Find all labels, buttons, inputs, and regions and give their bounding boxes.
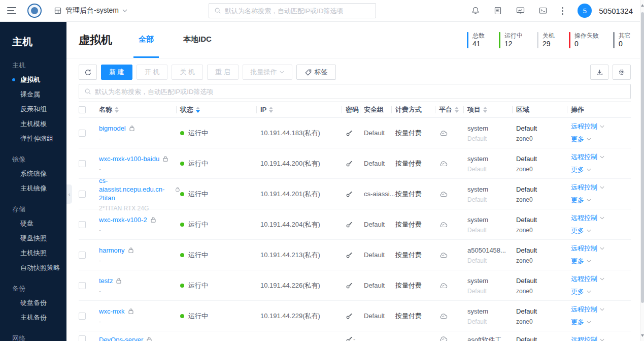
sidebar-item[interactable]: 裸金属 [0,87,66,102]
workspace-switcher[interactable]: 管理后台-system [54,6,127,15]
sidebar-item[interactable]: 硬盘快照 [0,231,66,245]
monitor-chart-icon[interactable] [516,6,525,15]
password-key-icon[interactable] [346,221,353,228]
restart-button[interactable]: 重 启 [207,65,239,80]
row-checkbox[interactable] [79,313,86,320]
remote-control-link[interactable]: 远程控制 [571,122,597,131]
sort-desc-icon[interactable] [115,110,119,113]
remote-control-link[interactable]: 远程控制 [571,213,597,223]
scroll-up-icon[interactable] [641,4,644,7]
password-key-icon[interactable] [346,190,353,198]
sort-desc-icon[interactable] [455,110,459,113]
scroll-down-icon[interactable] [641,334,644,337]
remote-control-link[interactable]: 远程控制 [571,305,597,314]
password-key-icon[interactable] [346,251,353,259]
refresh-button[interactable] [79,65,97,80]
current-user[interactable]: 50501324 [599,7,633,15]
global-search-input[interactable] [225,7,370,15]
sidebar-item[interactable]: 反亲和组 [0,102,66,116]
more-actions-link[interactable]: 更多 [571,196,584,205]
sort-control[interactable] [455,107,459,113]
row-checkbox[interactable] [79,252,86,259]
create-button[interactable]: 新 建 [101,65,132,80]
remote-control-link[interactable]: 远程控制 [571,274,597,284]
vm-name-link[interactable]: harmony [99,246,125,255]
sidebar-item[interactable]: 硬盘备份 [0,295,66,310]
notification-bell-icon[interactable] [471,6,480,15]
password-key-icon[interactable] [346,335,353,341]
sort-asc-icon[interactable] [115,107,119,109]
more-actions-link[interactable]: 更多 [571,287,584,296]
more-actions-link[interactable]: 更多 [571,226,584,235]
sidebar-item[interactable]: 虚拟机 [0,72,66,87]
password-key-icon[interactable] [346,282,353,289]
more-actions-link[interactable]: 更多 [571,165,584,174]
more-actions-link[interactable]: 更多 [571,318,584,327]
column-settings-button[interactable] [613,65,631,80]
remote-control-link[interactable]: 远程控制 [571,335,597,341]
remote-control-link[interactable]: 远程控制 [571,244,597,253]
sort-desc-icon[interactable] [196,110,200,113]
vm-name-link[interactable]: wxc-mxk-v100-baidu [99,154,159,163]
select-all-checkbox[interactable] [79,106,86,113]
sidebar-item[interactable]: 主机模板 [0,116,66,131]
tab[interactable]: 全部 [133,22,159,58]
row-checkbox[interactable] [79,282,86,289]
more-actions-link[interactable]: 更多 [571,257,584,266]
sidebar-item[interactable]: 主机快照 [0,245,66,260]
tag-button[interactable]: 标签 [296,65,336,80]
row-checkbox[interactable] [79,191,86,198]
terminal-icon[interactable] [538,6,548,15]
vm-name-link[interactable]: DevOps-server [99,335,143,341]
row-checkbox[interactable] [79,221,86,228]
menu-toggle-icon[interactable] [7,7,16,14]
sidebar-item[interactable]: 自动快照策略 [0,260,66,275]
sort-control[interactable] [269,107,273,113]
row-checkbox[interactable] [79,160,86,167]
sort-asc-icon[interactable] [483,107,487,109]
sort-desc-icon[interactable] [269,110,273,113]
password-key-icon[interactable] [346,129,353,137]
sort-desc-icon[interactable] [483,110,487,113]
lock-icon [146,336,152,341]
row-checkbox[interactable] [79,130,86,137]
export-button[interactable] [590,65,608,80]
more-menu-icon[interactable] [561,6,564,16]
sidebar-item[interactable]: 主机镜像 [0,181,66,196]
sort-asc-icon[interactable] [269,107,273,109]
vm-name-link[interactable]: cs-aiassist.ncepu.edu.cn-2titan [99,176,172,202]
vm-name-link[interactable]: wxc-mxk [99,307,125,316]
batch-actions-button[interactable]: 批量操作 [243,65,292,80]
row-checkbox[interactable] [79,335,86,341]
document-icon[interactable] [493,6,502,15]
sidebar-item[interactable]: 弹性伸缩组 [0,131,66,146]
sidebar-item[interactable]: 主机备份 [0,310,66,325]
vm-name-link[interactable]: testz [99,276,113,285]
vm-name-link[interactable]: bigmodel [99,124,126,133]
sort-asc-icon[interactable] [455,107,459,109]
sidebar-item[interactable]: 硬盘 [0,216,66,231]
sort-asc-icon[interactable] [196,107,200,109]
remote-control-link[interactable]: 远程控制 [571,183,597,192]
password-key-icon[interactable] [346,160,353,167]
power-on-button[interactable]: 开 机 [137,65,168,80]
more-actions-link[interactable]: 更多 [571,135,584,144]
remote-control-link[interactable]: 远程控制 [571,152,597,162]
tab[interactable]: 本地IDC [178,22,217,58]
project-sub: Default [467,196,488,203]
sidebar-item[interactable]: 系统镜像 [0,166,66,181]
table-filter-input[interactable] [95,88,625,96]
password-key-icon[interactable] [346,312,353,320]
sidebar-collapse-handle[interactable]: ‹ [66,184,72,204]
sort-control[interactable] [115,107,119,113]
power-off-button[interactable]: 关 机 [172,65,203,80]
vm-name-link[interactable]: wxc-mxk-v100-2 [99,215,147,224]
global-search[interactable] [209,3,376,18]
page-scrollbar[interactable] [640,0,644,341]
scrollbar-thumb[interactable] [641,12,644,303]
table-filter[interactable] [79,84,631,99]
sidebar-item-label: 主机模板 [20,119,47,129]
sort-control[interactable] [483,107,487,113]
notification-badge[interactable]: 5 [578,4,592,18]
sort-control[interactable] [196,107,200,113]
